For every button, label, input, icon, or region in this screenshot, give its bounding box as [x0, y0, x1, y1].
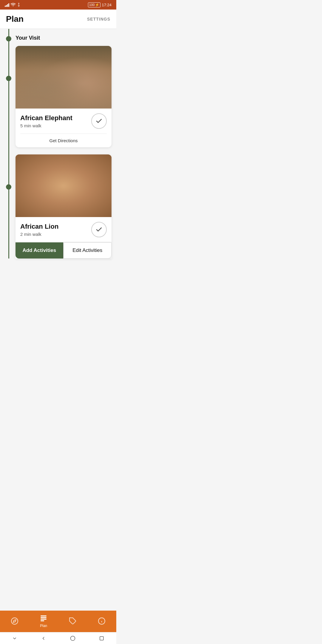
- svg-point-34: [66, 197, 67, 199]
- status-left: [5, 3, 21, 7]
- svg-point-32: [57, 196, 58, 198]
- lion-svg: [16, 154, 112, 217]
- lion-name: African Lion: [20, 223, 58, 230]
- elephant-info: African Elephant 5 min walk: [16, 109, 112, 134]
- lion-image: [16, 154, 112, 217]
- elephant-walk: 5 min walk: [20, 123, 72, 128]
- page-title: Plan: [6, 14, 24, 24]
- svg-point-12: [37, 70, 38, 72]
- battery-indicator: 100 ⚡: [88, 2, 100, 7]
- svg-point-29: [71, 186, 72, 187]
- elephant-image: [16, 46, 112, 109]
- svg-point-33: [60, 197, 61, 199]
- svg-point-11: [35, 70, 38, 73]
- svg-point-7: [16, 66, 32, 89]
- svg-point-36: [54, 200, 73, 211]
- settings-button[interactable]: SETTINGS: [87, 17, 110, 21]
- timeline-container: Your Visit: [0, 29, 116, 258]
- time-display: 17:24: [102, 3, 112, 7]
- header: Plan SETTINGS: [0, 10, 116, 29]
- svg-point-4: [30, 56, 69, 73]
- timeline-line: [8, 29, 9, 258]
- elephant-svg: [16, 46, 112, 109]
- svg-point-27: [67, 184, 74, 190]
- svg-point-26: [56, 186, 58, 187]
- section-title: Your Visit: [16, 35, 40, 41]
- lion-check-button[interactable]: [91, 222, 107, 237]
- timeline-dot-lion: [6, 184, 11, 190]
- action-buttons-row: Add Activities Edit Activities: [16, 242, 112, 258]
- svg-point-5: [21, 73, 72, 109]
- lion-info: African Lion 2 min walk: [16, 217, 112, 242]
- svg-point-24: [53, 184, 60, 190]
- svg-point-23: [48, 172, 79, 194]
- svg-point-35: [69, 196, 70, 198]
- svg-point-8: [55, 69, 112, 109]
- usb-icon: [17, 3, 21, 7]
- svg-point-6: [25, 62, 56, 90]
- lion-walk: 2 min walk: [20, 232, 58, 237]
- svg-point-14: [85, 69, 87, 70]
- get-directions-elephant[interactable]: Get Directions: [16, 134, 112, 147]
- svg-rect-0: [16, 48, 112, 107]
- svg-point-21: [40, 171, 88, 217]
- wifi-icon: [11, 3, 16, 7]
- timeline-dot-top: [6, 36, 11, 41]
- svg-point-9: [72, 59, 106, 90]
- svg-point-13: [83, 68, 87, 72]
- section-header: Your Visit: [0, 35, 116, 46]
- svg-point-25: [55, 185, 58, 189]
- svg-point-10: [98, 64, 112, 88]
- svg-point-31: [61, 194, 66, 198]
- svg-rect-15: [16, 156, 112, 216]
- svg-point-22: [44, 170, 83, 210]
- edit-activities-button[interactable]: Edit Activities: [64, 242, 112, 258]
- svg-point-20: [37, 169, 90, 217]
- lion-card: African Lion 2 min walk Add Activities E…: [16, 154, 112, 258]
- check-icon: [95, 117, 103, 125]
- status-right: 100 ⚡ 17:24: [88, 2, 112, 7]
- main-content: Your Visit: [0, 29, 116, 294]
- svg-point-30: [58, 192, 69, 199]
- check-icon-lion: [95, 226, 103, 233]
- elephant-name: African Elephant: [20, 114, 72, 122]
- add-activities-button[interactable]: Add Activities: [16, 242, 63, 258]
- svg-point-1: [16, 48, 47, 70]
- timeline-dot-elephant: [6, 76, 11, 81]
- svg-point-3: [86, 52, 112, 72]
- elephant-check-button[interactable]: [91, 113, 107, 129]
- svg-point-28: [69, 185, 72, 189]
- status-bar: 100 ⚡ 17:24: [0, 0, 116, 10]
- elephant-card: African Elephant 5 min walk Get Directio…: [16, 46, 112, 147]
- signal-icon: [5, 3, 9, 7]
- svg-rect-16: [16, 156, 112, 216]
- svg-point-2: [49, 46, 95, 63]
